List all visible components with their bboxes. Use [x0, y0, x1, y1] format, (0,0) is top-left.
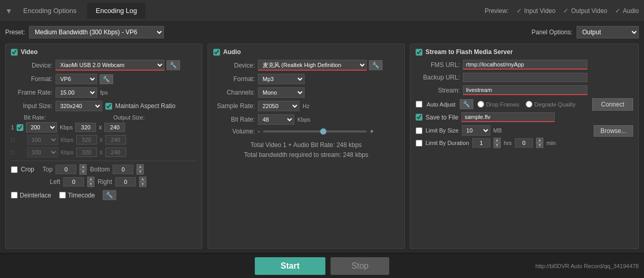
- bitrate-row3-select[interactable]: 100: [27, 147, 58, 157]
- crop-left-label: Left: [50, 178, 60, 186]
- bitrate-row3-out-w[interactable]: [76, 148, 97, 157]
- audio-format-select[interactable]: Mp3: [258, 74, 305, 84]
- hrs-unit: hrs: [504, 140, 512, 146]
- volume-slider-track[interactable]: [263, 130, 367, 133]
- auto-adjust-row: Auto Adjust 🔧 Drop Frames Degrade Qualit…: [416, 99, 592, 109]
- limit-duration-min-input[interactable]: [515, 138, 533, 148]
- video-input-size-label: Input Size:: [11, 102, 52, 110]
- volume-slider-thumb[interactable]: [320, 128, 326, 135]
- save-to-file-row: Save to File: [416, 112, 633, 122]
- drop-frames-option[interactable]: Drop Frames: [477, 101, 519, 108]
- preset-select[interactable]: Medium Bandwidth (300 Kbps) - VP6: [29, 26, 164, 38]
- crop-top-down-button[interactable]: ▼: [79, 169, 87, 175]
- mb-unit: MB: [494, 127, 502, 134]
- tab-encoding-log[interactable]: Encoding Log: [87, 3, 145, 19]
- output-video-check[interactable]: ✓ Output Video: [563, 7, 607, 15]
- crop-bottom-input[interactable]: [113, 165, 133, 174]
- crop-left-spinners: ▲ ▼: [87, 177, 94, 187]
- save-to-file-input[interactable]: [461, 112, 555, 122]
- timecode-settings-button[interactable]: 🔧: [103, 190, 116, 200]
- deinterlace-timecode-row: Deinterlace Timecode 🔧: [11, 190, 197, 200]
- tab-encoding-options[interactable]: Encoding Options: [15, 3, 85, 19]
- input-video-label: Input Video: [524, 7, 556, 15]
- video-format-settings-button[interactable]: 🔧: [100, 74, 113, 84]
- audio-bitrate-select[interactable]: 48: [258, 114, 294, 125]
- panel-options-select[interactable]: Output: [577, 26, 639, 38]
- maintain-aspect-checkbox[interactable]: [105, 103, 112, 110]
- bitrate-row1-select[interactable]: 200: [26, 122, 57, 133]
- stream-name-input[interactable]: [463, 85, 587, 95]
- audio-check[interactable]: ✓ Audio: [615, 7, 639, 15]
- bitrate-row2-out-h[interactable]: [105, 135, 126, 144]
- crop-top-up-button[interactable]: ▲: [79, 164, 87, 169]
- duration-min-down-button[interactable]: ▼: [536, 143, 543, 148]
- crop-left-down-button[interactable]: ▼: [87, 182, 94, 187]
- audio-device-row: Device: 麦克风 (Realtek High Definition 🔧: [213, 60, 399, 71]
- bottom-bar: Start Stop http://bl0DVR Auto Record/qq_…: [0, 253, 644, 278]
- video-framerate-select[interactable]: 15.00: [56, 87, 97, 98]
- crop-right-input[interactable]: [115, 177, 136, 187]
- input-video-check[interactable]: ✓ Input Video: [516, 7, 556, 15]
- save-to-file-checkbox[interactable]: [416, 114, 422, 121]
- crop-top-label: Top: [43, 166, 52, 173]
- crop-bottom-down-button[interactable]: ▼: [136, 169, 144, 175]
- crop-left-input[interactable]: [63, 177, 84, 187]
- bitrate-row1-out-w[interactable]: [75, 123, 96, 132]
- panel-options-label: Panel Options:: [531, 29, 572, 36]
- video-framerate-label: Frame Rate:: [11, 89, 52, 96]
- bitrate-row1-out-h[interactable]: [104, 123, 125, 132]
- start-button[interactable]: Start: [255, 257, 325, 275]
- audio-channels-select[interactable]: Mono: [258, 87, 305, 98]
- drop-frames-radio[interactable]: [477, 101, 484, 108]
- timecode-checkbox[interactable]: [59, 192, 66, 198]
- backup-url-input[interactable]: [463, 73, 587, 82]
- crop-right-up-button[interactable]: ▲: [139, 177, 146, 182]
- bitrate-row3-out-h[interactable]: [105, 148, 126, 157]
- degrade-quality-radio[interactable]: [526, 101, 532, 108]
- video-device-settings-button[interactable]: 🔧: [167, 60, 180, 70]
- crop-top-input[interactable]: [56, 165, 76, 174]
- hz-unit: Hz: [303, 103, 309, 109]
- audio-sample-rate-select[interactable]: 22050: [258, 101, 299, 111]
- stop-button[interactable]: Stop: [331, 257, 389, 275]
- duration-hrs-up-button[interactable]: ▲: [494, 138, 501, 143]
- crop-left-up-button[interactable]: ▲: [87, 177, 94, 182]
- video-device-select[interactable]: XiaoMi USB 2.0 Webcam: [56, 60, 165, 71]
- bitrate-row1-checkbox[interactable]: [17, 124, 23, 131]
- video-input-size-select[interactable]: 320x240: [56, 101, 102, 111]
- dropdown-arrow-icon[interactable]: ▼: [5, 7, 12, 15]
- stream-fms-checkbox[interactable]: [416, 49, 422, 56]
- bitrate-row-3: □ 100 Kbps x: [11, 147, 197, 157]
- duration-min-up-button[interactable]: ▲: [536, 138, 543, 143]
- bitrate-row2-out-w[interactable]: [76, 135, 97, 144]
- crop-right-down-button[interactable]: ▼: [139, 182, 146, 187]
- limit-size-select[interactable]: 10: [462, 125, 490, 136]
- limit-duration-checkbox[interactable]: [416, 140, 422, 147]
- video-format-select[interactable]: VP6: [56, 74, 97, 84]
- crop-label: Crop: [21, 166, 34, 173]
- video-enabled-checkbox[interactable]: [11, 49, 18, 56]
- crop-checkbox[interactable]: [11, 166, 18, 173]
- deinterlace-label[interactable]: Deinterlace: [11, 192, 51, 199]
- limit-duration-hrs-input[interactable]: [472, 138, 490, 148]
- auto-adjust-settings-button[interactable]: 🔧: [460, 99, 473, 109]
- limit-size-checkbox[interactable]: [416, 127, 422, 134]
- bitrate-output-headers: Bit Rate: Output Size:: [11, 114, 197, 121]
- video-device-label: Device:: [11, 62, 52, 69]
- fms-url-input[interactable]: [463, 60, 587, 70]
- audio-device-select[interactable]: 麦克风 (Realtek High Definition: [258, 60, 367, 71]
- timecode-label[interactable]: Timecode: [59, 192, 95, 199]
- audio-enabled-checkbox[interactable]: [213, 49, 220, 56]
- video-input-size-row: Input Size: 320x240 Maintain Aspect Rati…: [11, 101, 197, 111]
- crop-bottom-up-button[interactable]: ▲: [136, 164, 144, 169]
- degrade-quality-option[interactable]: Degrade Quality: [526, 101, 576, 108]
- deinterlace-checkbox[interactable]: [11, 192, 18, 198]
- video-device-row: Device: XiaoMi USB 2.0 Webcam 🔧: [11, 60, 197, 71]
- bitrate-row2-select[interactable]: 100: [27, 135, 58, 145]
- connect-button[interactable]: Connect: [592, 98, 633, 111]
- auto-adjust-checkbox[interactable]: [416, 101, 422, 108]
- audio-device-settings-button[interactable]: 🔧: [369, 60, 382, 70]
- video-section-label: Video: [21, 48, 37, 56]
- duration-hrs-down-button[interactable]: ▼: [494, 143, 501, 148]
- browse-button[interactable]: Browse...: [594, 125, 633, 137]
